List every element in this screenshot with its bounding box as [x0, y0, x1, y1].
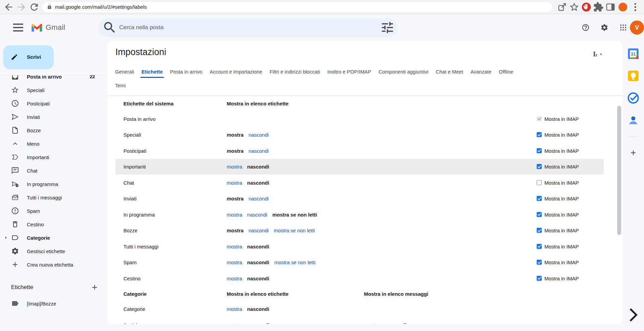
imap-checkbox[interactable]	[537, 212, 542, 217]
sidebar-item-in-programma[interactable]: In programma	[0, 177, 107, 191]
row-visibility-options: mostranascondi	[227, 164, 269, 170]
section-header-col1: Categorie	[123, 291, 147, 296]
reload-button[interactable]	[29, 2, 40, 12]
sidebar-item-categorie[interactable]: Categorie	[0, 231, 107, 244]
option-link-nascondi[interactable]: nascondi	[247, 211, 267, 217]
puzzle-icon[interactable]	[593, 2, 604, 12]
imap-checkbox[interactable]	[537, 196, 542, 201]
card-scrollbar[interactable]	[617, 106, 621, 235]
option-link-mostra[interactable]: mostra	[227, 306, 242, 312]
browser-action-buttons	[557, 2, 641, 12]
sidebar-item-importanti[interactable]: Importanti	[0, 150, 107, 164]
sidebar-item-bozze[interactable]: Bozze	[0, 124, 107, 137]
option-state-nascondi: nascondi	[247, 164, 269, 170]
imap-toggle: Mostra in IMAP	[537, 164, 579, 170]
search-bar[interactable]: Cerca nella posta	[98, 18, 397, 37]
option-link-mostra[interactable]: mostra	[227, 180, 242, 185]
back-button[interactable]	[3, 2, 14, 12]
account-avatar[interactable]: V	[630, 20, 644, 35]
tab-filtri-e-indirizzi-bloccati[interactable]: Filtri e indirizzi bloccati	[270, 65, 320, 78]
share-icon[interactable]	[557, 2, 568, 12]
imap-checkbox[interactable]	[537, 148, 542, 153]
option-link-mostra[interactable]: mostra	[227, 322, 242, 324]
browser-profile-avatar[interactable]	[619, 3, 627, 11]
sidebar-item-speciali[interactable]: Speciali	[0, 83, 107, 97]
imap-checkbox[interactable]	[537, 116, 542, 121]
contacts-icon[interactable]	[627, 113, 640, 127]
imap-checkbox[interactable]	[537, 228, 542, 233]
imap-checkbox[interactable]	[537, 276, 542, 281]
keep-icon[interactable]	[627, 69, 640, 83]
settings-icon[interactable]	[600, 23, 608, 32]
option-link-mostra[interactable]: mostra	[227, 211, 242, 217]
label-item-imap-bozze[interactable]: [Imap]/Bozze	[0, 297, 107, 310]
option-link-nascondi[interactable]: nascondi	[249, 196, 269, 201]
search-icon[interactable]	[102, 20, 117, 35]
sidebar-item-inviati[interactable]: Inviati	[0, 110, 107, 124]
sidebar-item-chat[interactable]: Chat	[0, 164, 107, 177]
sidebar-item-spam[interactable]: Spam	[0, 204, 107, 218]
sidebar-item-meno[interactable]: Meno	[0, 137, 107, 150]
sidebar-item-posticipati[interactable]: Posticipati	[0, 97, 107, 110]
option-link-mostra-se-non-letti[interactable]: mostra se non letti	[274, 228, 315, 233]
imap-checkbox[interactable]	[537, 180, 542, 185]
sidebar-item-cestino[interactable]: Cestino	[0, 218, 107, 231]
imap-checkbox[interactable]	[537, 132, 542, 137]
expander-icon[interactable]	[4, 236, 8, 240]
option-link-nascondi[interactable]: nascondi	[249, 132, 269, 138]
row-label: Speciali	[123, 132, 141, 138]
imap-label: Mostra in IMAP	[544, 259, 579, 265]
main-menu-button[interactable]	[11, 21, 25, 34]
sidepanel-icon[interactable]	[605, 2, 616, 12]
gmail-logo[interactable]: Gmail	[31, 23, 65, 32]
tab-posta-in-arrivo[interactable]: Posta in arrivo	[170, 65, 202, 78]
bookmark-icon[interactable]	[569, 2, 580, 12]
option-link-mostra[interactable]: mostra	[364, 322, 379, 324]
imap-checkbox[interactable]	[537, 244, 542, 249]
option-link-mostra[interactable]: mostra	[227, 275, 242, 281]
tab-generali[interactable]: Generali	[115, 65, 134, 78]
tab-offline[interactable]: Offline	[499, 65, 513, 78]
sidebar-item-crea-nuova-etichetta[interactable]: Crea nuova etichetta	[0, 258, 107, 271]
imap-toggle: Mostra in IMAP	[537, 132, 579, 138]
tab-componenti-aggiuntivi[interactable]: Componenti aggiuntivi	[379, 65, 428, 78]
option-link-nascondi[interactable]: nascondi	[249, 228, 269, 233]
address-bar[interactable]: mail.google.com/mail/u/2/#settings/label…	[42, 2, 552, 12]
tab-etichette[interactable]: Etichette	[142, 65, 163, 78]
create-label-icon[interactable]	[91, 283, 99, 291]
section-header-col3: Mostra in elenco messaggi	[364, 291, 428, 296]
sidebar-item-tutti-i-messaggi[interactable]: Tutti i messaggi	[0, 191, 107, 204]
tab-account-e-importazione[interactable]: Account e importazione	[210, 65, 262, 78]
get-add-ons-button[interactable]	[629, 149, 637, 157]
option-link-mostra[interactable]: mostra	[227, 259, 242, 265]
search-options-icon[interactable]	[380, 20, 395, 35]
input-tools-button[interactable]: It▼	[593, 50, 602, 58]
tab-avanzate[interactable]: Avanzate	[471, 65, 491, 78]
tab-chat-e-meet[interactable]: Chat e Meet	[436, 65, 463, 78]
calendar-icon[interactable]: 31	[627, 47, 640, 60]
option-link-mostra-se-non-letti[interactable]: mostra se non letti	[274, 259, 316, 265]
row-visibility-options: mostranascondi	[227, 180, 269, 185]
sidebar-item-gestisci-etichette[interactable]: Gestisci etichette	[0, 244, 107, 258]
rail-apps: 31	[627, 47, 640, 136]
sidebar-item-posta-in-arrivo[interactable]: Posta in arrivo22	[0, 75, 107, 83]
compose-button[interactable]: Scrivi	[3, 45, 54, 69]
option-link-mostra[interactable]: mostra	[227, 243, 242, 249]
imap-checkbox[interactable]	[537, 260, 542, 265]
search-input[interactable]: Cerca nella posta	[119, 24, 380, 31]
adblock-icon[interactable]	[581, 2, 592, 12]
tab-inoltro-e-pop-imap[interactable]: Inoltro e POP/IMAP	[327, 65, 371, 78]
menu-dots-icon[interactable]	[630, 2, 641, 12]
help-icon[interactable]	[582, 23, 590, 32]
row-visibility-options: mostranascondi	[227, 322, 269, 324]
imap-checkbox[interactable]	[537, 164, 542, 169]
hide-side-panel-button[interactable]	[623, 304, 644, 326]
settings-tabs-row2: Temi	[115, 79, 126, 91]
tasks-icon[interactable]	[627, 91, 640, 105]
labels-title: Etichette	[11, 284, 33, 291]
option-link-mostra[interactable]: mostra	[227, 164, 242, 170]
tab-temi[interactable]: Temi	[115, 79, 126, 91]
apps-icon[interactable]	[619, 23, 627, 32]
forward-button[interactable]	[16, 2, 27, 12]
option-link-nascondi[interactable]: nascondi	[249, 148, 269, 153]
